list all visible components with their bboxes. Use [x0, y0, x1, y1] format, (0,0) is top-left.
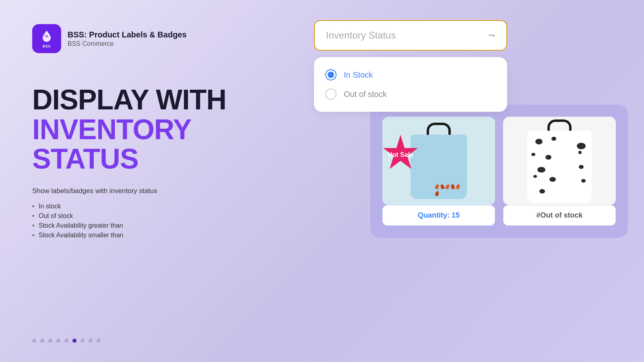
product-card-image-2	[503, 117, 616, 205]
products-grid: Hot Sale	[382, 117, 616, 226]
svg-text:%: %	[45, 34, 48, 38]
dot-3[interactable]	[48, 339, 52, 343]
feature-item: In stock	[32, 202, 258, 211]
left-panel: % BSS BSS: Product Labels & Badges BSS C…	[0, 0, 290, 362]
swimmer-5	[456, 184, 460, 189]
brand-name: BSS: Product Labels & Badges	[68, 30, 187, 39]
radio-label-out-of-stock: Out of stock	[344, 90, 387, 99]
spot-6	[578, 151, 582, 154]
spot-11	[581, 179, 586, 183]
spot-4	[531, 153, 535, 156]
spot-5	[545, 155, 551, 160]
products-panel: Hot Sale	[370, 105, 628, 238]
main-headline: DISPLAY WITH INVENTORY STATUS	[32, 85, 258, 174]
feature-item: Stock Availability greater than	[32, 221, 258, 230]
headline-line2: INVENTORY	[32, 115, 258, 145]
swimmer-2	[440, 184, 445, 189]
feature-item: Out of stock	[32, 211, 258, 221]
product-image-area-1: Hot Sale	[382, 117, 495, 205]
brand-logo-icon: %	[39, 29, 54, 43]
spot-2	[551, 137, 556, 141]
right-panel: Inventory Status ⤳ In Stock Out of stock	[290, 0, 644, 362]
dot-5[interactable]	[64, 339, 68, 343]
brand-logo: % BSS	[32, 24, 61, 53]
feature-item: Stock Availability smaller than	[32, 230, 258, 240]
radio-inner-dot	[328, 72, 334, 78]
page-container: % BSS BSS: Product Labels & Badges BSS C…	[0, 0, 644, 362]
dropdown-menu: In Stock Out of stock	[314, 57, 507, 112]
dot-pattern	[527, 131, 592, 203]
product-label-1: Quantity: 15	[382, 205, 495, 226]
product-label-2: #Out of stock	[503, 205, 616, 226]
dot-7[interactable]	[80, 339, 85, 343]
hot-sale-text: Hot Sale	[386, 151, 415, 158]
product-card-2: #Out of stock	[503, 117, 616, 226]
spot-9	[533, 175, 537, 178]
brand-info: BSS: Product Labels & Badges BSS Commerc…	[68, 30, 187, 47]
swimmer-3	[445, 184, 450, 189]
product-card-1: Hot Sale	[382, 117, 495, 226]
spot-1	[535, 139, 543, 144]
dot-4[interactable]	[56, 339, 60, 343]
hot-sale-starburst: Hot Sale	[382, 133, 423, 177]
dot-2[interactable]	[40, 339, 44, 343]
swimmer-4	[451, 184, 455, 189]
headline-line3: STATUS	[32, 144, 258, 174]
spot-8	[579, 165, 584, 169]
chevron-down-icon: ⤳	[488, 31, 495, 40]
headline-line1: DISPLAY WITH	[32, 85, 258, 115]
radio-in-stock[interactable]: In Stock	[325, 65, 496, 84]
spot-3	[577, 143, 586, 149]
swimmer-1	[435, 184, 440, 189]
spot-7	[537, 167, 545, 173]
radio-circle-unselected	[325, 88, 336, 100]
pagination-dots	[32, 339, 101, 343]
dropdown-label: Inventory Status	[326, 30, 396, 41]
spot-12	[539, 189, 545, 193]
product-image-area-2	[503, 117, 616, 205]
swimmer-6	[435, 191, 440, 196]
radio-label-in-stock: In Stock	[344, 70, 373, 80]
product-card-image-1: Hot Sale	[382, 117, 495, 205]
radio-out-of-stock[interactable]: Out of stock	[325, 84, 496, 104]
brand-logo-bss: BSS	[43, 44, 51, 48]
radio-circle-selected	[325, 69, 336, 80]
dot-8[interactable]	[89, 339, 93, 343]
spot-10	[549, 177, 556, 182]
hot-sale-badge: Hot Sale	[382, 133, 423, 177]
feature-list: In stock Out of stock Stock Availability…	[32, 202, 258, 240]
bag-image-right	[527, 131, 592, 203]
brand-sub: BSS Commerce	[68, 40, 187, 47]
description-text: Show labels/badges with inventory status	[32, 187, 258, 195]
brand-row: % BSS BSS: Product Labels & Badges BSS C…	[32, 24, 258, 53]
dot-1[interactable]	[32, 339, 36, 343]
dot-9[interactable]	[97, 339, 101, 343]
swimmers-pattern	[436, 184, 464, 196]
dot-6-active[interactable]	[72, 339, 76, 343]
inventory-status-dropdown[interactable]: Inventory Status ⤳	[314, 20, 507, 51]
bag-body-right	[527, 131, 592, 203]
